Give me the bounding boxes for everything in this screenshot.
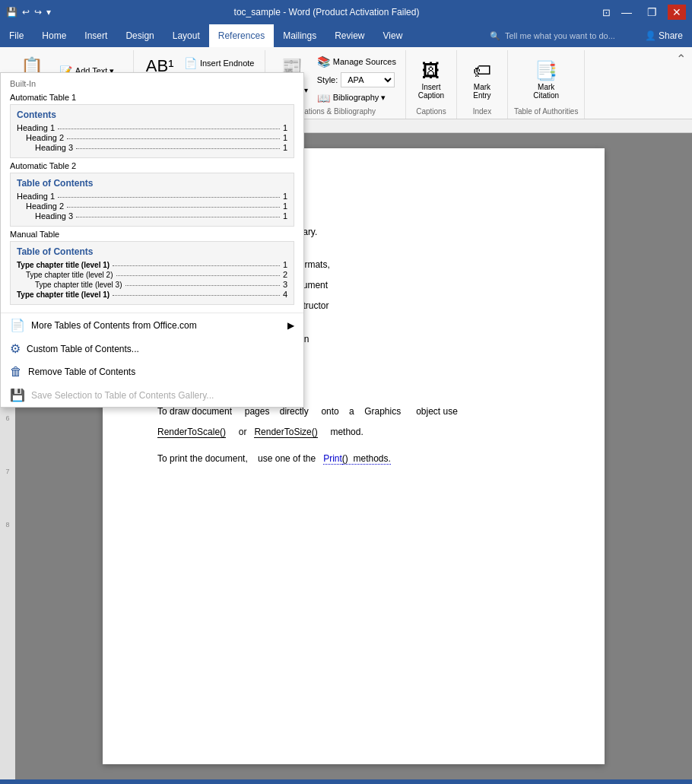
auto-table-1-preview[interactable]: Contents Heading 1 1 Heading 2 1 Heading… — [10, 104, 294, 158]
table-row: Heading 2 1 — [17, 133, 287, 142]
menu-view[interactable]: View — [374, 24, 412, 47]
bibliography-icon: 📖 — [317, 92, 330, 104]
menu-review[interactable]: Review — [325, 24, 373, 47]
save-selection-icon: 💾 — [10, 388, 25, 402]
search-input[interactable] — [505, 31, 627, 40]
auto-table-1-preview-title: Contents — [17, 110, 287, 120]
bibliography-button[interactable]: 📖 Bibliography ▾ — [314, 90, 399, 106]
custom-toc-label: Custom Table of Contents... — [27, 344, 139, 354]
auto-table-2-preview[interactable]: Table of Contents Heading 1 1 Heading 2 … — [10, 173, 294, 227]
mark-entry-icon: 🏷 — [473, 60, 491, 81]
auto-table-2-preview-title: Table of Contents — [17, 178, 287, 189]
close-button[interactable]: ✕ — [668, 5, 686, 20]
citation-sub-buttons: 📚 Manage Sources Style: APA MLA Chicago … — [314, 53, 399, 106]
index-group-label: Index — [473, 106, 491, 116]
menu-home[interactable]: Home — [33, 24, 75, 47]
save-icon[interactable]: 💾 — [6, 7, 17, 17]
mark-citation-icon: 📑 — [535, 60, 557, 81]
redo-icon[interactable]: ↪ — [34, 7, 42, 17]
index-group: 🏷 MarkEntry Index — [457, 50, 508, 119]
table-row: Type chapter title (level 2) 2 — [17, 270, 287, 279]
menu-insert[interactable]: Insert — [75, 24, 116, 47]
table-row: Heading 2 1 — [17, 202, 287, 211]
minimize-button[interactable]: — — [617, 5, 636, 20]
citations-group-label: Citations & Bibliography — [295, 106, 376, 116]
custom-toc-action[interactable]: ⚙ Custom Table of Contents... — [1, 337, 303, 360]
margin-number: 7 — [5, 468, 9, 475]
manage-sources-icon: 📚 — [317, 56, 330, 68]
auto-table-2-title: Automatic Table 2 — [10, 161, 294, 170]
menu-layout[interactable]: Layout — [163, 24, 209, 47]
doc-paragraph-9: To print the document, use one of the Pr… — [157, 452, 550, 466]
authorities-group-label: Table of Authorities — [514, 106, 579, 116]
share-button[interactable]: 👤 Share — [636, 24, 692, 47]
restore-button[interactable]: ❐ — [643, 5, 662, 20]
toc-dropdown-panel: Built-In Automatic Table 1 Contents Head… — [0, 72, 304, 408]
captions-group: 🖼 InsertCaption Captions — [406, 50, 457, 119]
auto-table-2-container: Automatic Table 2 Table of Contents Head… — [10, 161, 294, 227]
builtin-label: Built-In — [10, 79, 294, 88]
more-tables-action[interactable]: 📄 More Tables of Contents from Office.co… — [1, 313, 303, 337]
menu-references[interactable]: References — [209, 24, 274, 47]
remove-toc-action[interactable]: 🗑 Remove Table of Contents — [1, 360, 303, 383]
more-tables-label: More Tables of Contents from Office.com — [31, 320, 197, 331]
mark-entry-button[interactable]: 🏷 MarkEntry — [463, 57, 501, 103]
save-selection-action: 💾 Save Selection to Table of Contents Ga… — [1, 383, 303, 407]
menu-bar: File Home Insert Design Layout Reference… — [0, 24, 692, 47]
builtin-section: Built-In Automatic Table 1 Contents Head… — [1, 73, 303, 313]
auto-table-1-title: Automatic Table 1 — [10, 93, 294, 102]
margin-number: 6 — [5, 414, 9, 422]
collapse-ribbon-button[interactable]: ⌃ — [673, 50, 689, 68]
table-row: Type chapter title (level 1) 4 — [17, 290, 287, 299]
insert-caption-button[interactable]: 🖼 InsertCaption — [412, 57, 450, 103]
status-bar: Page 1 of 1 93 words ✓ English (United S… — [0, 779, 692, 784]
auto-table-1-container: Automatic Table 1 Contents Heading 1 1 H… — [10, 93, 294, 158]
citation-style-select[interactable]: APA MLA Chicago — [341, 72, 395, 87]
table-row: Heading 3 1 — [17, 143, 287, 152]
save-selection-label: Save Selection to Table of Contents Gall… — [31, 390, 214, 401]
insert-endnote-button[interactable]: 📄 Insert Endnote — [181, 56, 259, 71]
remove-toc-label: Remove Table of Contents — [28, 367, 135, 377]
mark-citation-button[interactable]: 📑 MarkCitation — [527, 57, 565, 103]
window-controls: ⊡ — ❐ ✕ — [602, 5, 686, 20]
table-row: Heading 1 1 — [17, 192, 287, 201]
manual-table-container: Manual Table Table of Contents Type chap… — [10, 230, 294, 305]
table-row: Heading 3 1 — [17, 211, 287, 221]
search-icon: 🔍 — [490, 31, 500, 41]
window-mode-icon[interactable]: ⊡ — [602, 7, 611, 18]
menu-design[interactable]: Design — [116, 24, 163, 47]
submenu-arrow: ▶ — [287, 320, 294, 331]
undo-icon[interactable]: ↩ — [22, 7, 30, 17]
manual-table-title: Manual Table — [10, 230, 294, 239]
captions-group-label: Captions — [416, 106, 446, 116]
doc-paragraph-8: RenderToScale() or RenderToSize() method… — [157, 425, 550, 440]
custom-toc-icon: ⚙ — [10, 341, 21, 356]
manage-sources-button[interactable]: 📚 Manage Sources — [314, 54, 399, 69]
authorities-group: 📑 MarkCitation Table of Authorities — [508, 50, 586, 119]
remove-toc-icon: 🗑 — [10, 365, 22, 379]
manual-table-preview-title: Table of Contents — [17, 246, 287, 257]
search-bar[interactable]: 🔍 — [484, 24, 636, 47]
manual-table-preview[interactable]: Table of Contents Type chapter title (le… — [10, 241, 294, 305]
caption-icon: 🖼 — [422, 60, 440, 81]
margin-number: 8 — [5, 521, 9, 528]
style-row: Style: APA MLA Chicago — [314, 71, 399, 89]
menu-file[interactable]: File — [0, 24, 33, 47]
title-bar: 💾 ↩ ↪ ▾ toc_sample - Word (Product Activ… — [0, 0, 692, 24]
endnote-icon: 📄 — [184, 57, 197, 69]
quick-access-toolbar: 💾 ↩ ↪ ▾ — [6, 7, 51, 17]
more-tables-icon: 📄 — [10, 318, 25, 332]
menu-mailings[interactable]: Mailings — [274, 24, 325, 47]
table-row: Type chapter title (level 3) 3 — [17, 280, 287, 289]
table-row: Type chapter title (level 1) 1 — [17, 260, 287, 269]
table-row: Heading 1 1 — [17, 123, 287, 132]
window-title: toc_sample - Word (Product Activation Fa… — [51, 7, 602, 17]
